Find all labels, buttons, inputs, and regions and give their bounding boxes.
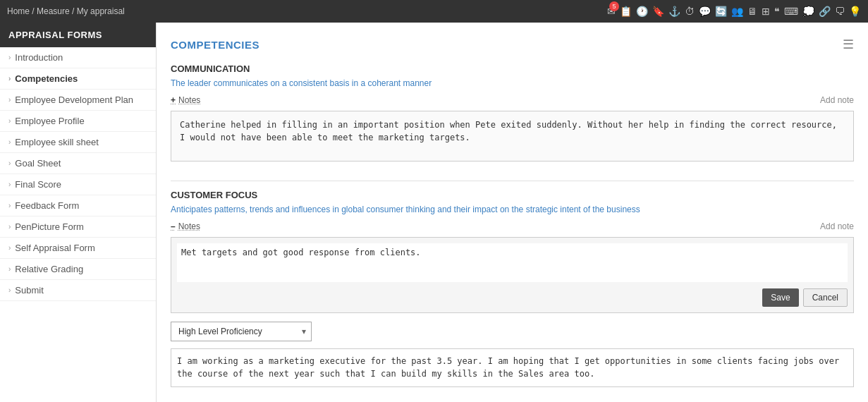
desc-textarea-customer-focus[interactable]: [171, 348, 854, 387]
notes-row-customer-focus: –Notes Add note: [171, 221, 854, 231]
lightbulb-icon[interactable]: 💡: [849, 6, 861, 17]
sidebar-item-final-score[interactable]: ›Final Score: [0, 174, 156, 195]
org-icon[interactable]: 👥: [731, 6, 743, 17]
sidebar-item-label: Introduction: [15, 52, 63, 63]
chevron-icon: ›: [8, 75, 11, 83]
chevron-icon: ›: [8, 117, 11, 125]
clock-icon[interactable]: 🕐: [636, 6, 648, 17]
notes-toggle-communication[interactable]: +Notes: [171, 95, 200, 105]
breadcrumb: Home / Measure / My appraisal: [7, 6, 125, 16]
sidebar-item-label: Self Appraisal Form: [15, 243, 94, 253]
sidebar-item-submit[interactable]: ›Submit: [0, 280, 156, 301]
proficiency-select-wrapper: High Level ProficiencyBasic ProficiencyI…: [171, 322, 312, 341]
notes-toggle-customer-focus[interactable]: –Notes: [171, 221, 200, 231]
sidebar-item-goal-sheet[interactable]: ›Goal Sheet: [0, 153, 156, 174]
sidebar-item-employee-development-plan[interactable]: ›Employee Development Plan: [0, 90, 156, 111]
sidebar-header: APPRAISAL FORMS: [0, 23, 156, 47]
note-edit-textarea-customer-focus[interactable]: [177, 243, 848, 282]
chevron-icon: ›: [8, 138, 11, 146]
chevron-icon: ›: [8, 202, 11, 209]
competency-customer-focus: CUSTOMER FOCUS Anticipates patterns, tre…: [171, 190, 854, 389]
notes-row-communication: +Notes Add note: [171, 95, 854, 105]
divider: [171, 181, 854, 181]
sidebar-item-label: Employee Development Plan: [15, 95, 133, 105]
keyboard-icon[interactable]: ⌨: [784, 6, 798, 17]
cancel-button-customer-focus[interactable]: Cancel: [803, 288, 848, 307]
sidebar-item-label: Final Score: [15, 179, 61, 190]
mail-icon[interactable]: ✉5: [607, 6, 616, 17]
sidebar-item-relative-grading[interactable]: ›Relative Grading: [0, 259, 156, 280]
sidebar-item-label: Relative Grading: [15, 264, 83, 274]
sidebar-item-employee-skill-sheet[interactable]: ›Employee skill sheet: [0, 132, 156, 153]
sidebar-item-self-appraisal-form[interactable]: ›Self Appraisal Form: [0, 238, 156, 259]
chevron-icon: ›: [8, 96, 11, 104]
layout: APPRAISAL FORMS ›Introduction›Competenci…: [0, 23, 868, 402]
competency-name-communication: COMMUNICATION: [171, 63, 854, 74]
sidebar-item-label: Employee skill sheet: [15, 137, 99, 147]
comment-icon[interactable]: 💬: [699, 6, 711, 17]
sidebar-item-feedback-form[interactable]: ›Feedback Form: [0, 195, 156, 217]
save-button-customer-focus[interactable]: Save: [762, 288, 798, 307]
sidebar: APPRAISAL FORMS ›Introduction›Competenci…: [0, 23, 157, 402]
sidebar-item-penpicture-form[interactable]: ›PenPicture Form: [0, 217, 156, 238]
chevron-icon: ›: [8, 181, 11, 188]
notes-sign-communication: +: [171, 95, 176, 105]
chevron-icon: ›: [8, 265, 11, 273]
add-note-communication[interactable]: Add note: [820, 95, 854, 105]
anchor-icon[interactable]: ⚓: [668, 6, 680, 17]
note-edit-actions: Save Cancel: [177, 288, 848, 307]
competency-desc-customer-focus: Anticipates patterns, trends and influen…: [171, 205, 854, 214]
calendar-icon[interactable]: 📋: [620, 6, 632, 17]
sidebar-item-label: Employee Profile: [15, 116, 84, 126]
chevron-icon: ›: [8, 286, 11, 294]
screen-icon[interactable]: 🖥: [747, 6, 757, 17]
link-icon[interactable]: 🔗: [819, 6, 831, 17]
sidebar-item-label: Competencies: [15, 73, 78, 84]
add-note-customer-focus[interactable]: Add note: [820, 221, 854, 231]
notes-sign-customer-focus: –: [171, 221, 176, 231]
section-header: COMPETENCIES ☰: [171, 37, 854, 52]
sidebar-item-label: PenPicture Form: [15, 221, 84, 232]
chevron-icon: ›: [8, 54, 11, 61]
main-content: COMPETENCIES ☰ COMMUNICATION The leader …: [157, 23, 868, 402]
grid-icon[interactable]: ⊞: [762, 6, 770, 17]
chevron-icon: ›: [8, 159, 11, 167]
mail-badge: 5: [609, 1, 619, 11]
topbar-icons: ✉5 📋 🕐 🔖 ⚓ ⏱ 💬 🔄 👥 🖥 ⊞ ❝ ⌨ 💭 🔗 🗨 💡: [607, 6, 861, 17]
chevron-icon: ›: [8, 223, 11, 231]
topbar: Home / Measure / My appraisal ✉5 📋 🕐 🔖 ⚓…: [0, 0, 868, 23]
note-text-communication[interactable]: [171, 111, 854, 162]
section-title: COMPETENCIES: [171, 39, 259, 51]
competency-desc-communication: The leader communicates on a consistent …: [171, 78, 854, 88]
sidebar-item-employee-profile[interactable]: ›Employee Profile: [0, 111, 156, 132]
sidebar-item-label: Feedback Form: [15, 200, 79, 211]
chevron-icon: ›: [8, 244, 11, 252]
bookmark-icon[interactable]: 🔖: [652, 6, 664, 17]
proficiency-select[interactable]: High Level ProficiencyBasic ProficiencyI…: [171, 322, 312, 341]
history-icon[interactable]: ⏱: [685, 6, 695, 17]
sidebar-item-label: Goal Sheet: [15, 158, 61, 169]
menu-icon[interactable]: ☰: [843, 37, 854, 52]
proficiency-row: High Level ProficiencyBasic ProficiencyI…: [171, 322, 854, 341]
note-edit-wrapper-customer-focus: Save Cancel: [171, 237, 854, 313]
refresh-icon[interactable]: 🔄: [715, 6, 727, 17]
quote-icon[interactable]: ❝: [774, 6, 780, 17]
chat-icon[interactable]: 💭: [802, 6, 814, 17]
bubble-icon[interactable]: 🗨: [835, 6, 845, 17]
competency-communication: COMMUNICATION The leader communicates on…: [171, 63, 854, 164]
competency-name-customer-focus: CUSTOMER FOCUS: [171, 190, 854, 200]
sidebar-item-introduction[interactable]: ›Introduction: [0, 47, 156, 68]
sidebar-item-competencies[interactable]: ›Competencies: [0, 68, 156, 90]
sidebar-item-label: Submit: [15, 285, 43, 296]
